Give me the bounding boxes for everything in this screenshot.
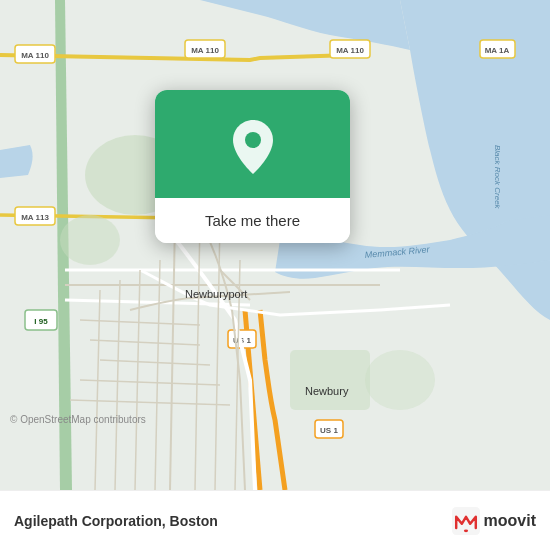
company-name: Agilepath Corporation, Boston [14, 513, 442, 529]
moovit-icon [452, 507, 480, 535]
svg-text:MA 1A: MA 1A [485, 46, 510, 55]
svg-point-28 [463, 529, 467, 532]
take-me-there-button[interactable]: Take me there [155, 198, 350, 243]
svg-text:US 1: US 1 [320, 426, 338, 435]
svg-point-21 [365, 350, 435, 410]
bottom-bar: Agilepath Corporation, Boston moovit [0, 490, 550, 550]
svg-point-18 [60, 215, 120, 265]
location-popup: Take me there [155, 90, 350, 243]
map-container: I 95 MA 110 MA 110 MA 110 MA 1A MA 113 U… [0, 0, 550, 490]
svg-text:Newburyport: Newburyport [185, 288, 247, 300]
svg-text:MA 113: MA 113 [21, 213, 49, 222]
svg-rect-20 [290, 350, 370, 410]
moovit-brand-text: moovit [484, 512, 536, 530]
svg-text:I 95: I 95 [34, 317, 48, 326]
svg-text:MA 110: MA 110 [21, 51, 49, 60]
location-pin-icon [228, 118, 278, 176]
svg-point-26 [245, 132, 261, 148]
svg-text:MA 110: MA 110 [336, 46, 364, 55]
popup-header [155, 90, 350, 198]
copyright-text: © OpenStreetMap contributors [10, 414, 146, 425]
svg-text:MA 110: MA 110 [191, 46, 219, 55]
moovit-logo: moovit [452, 507, 536, 535]
svg-text:Newbury: Newbury [305, 385, 349, 397]
svg-text:Black Rock Creek: Black Rock Creek [493, 145, 502, 210]
